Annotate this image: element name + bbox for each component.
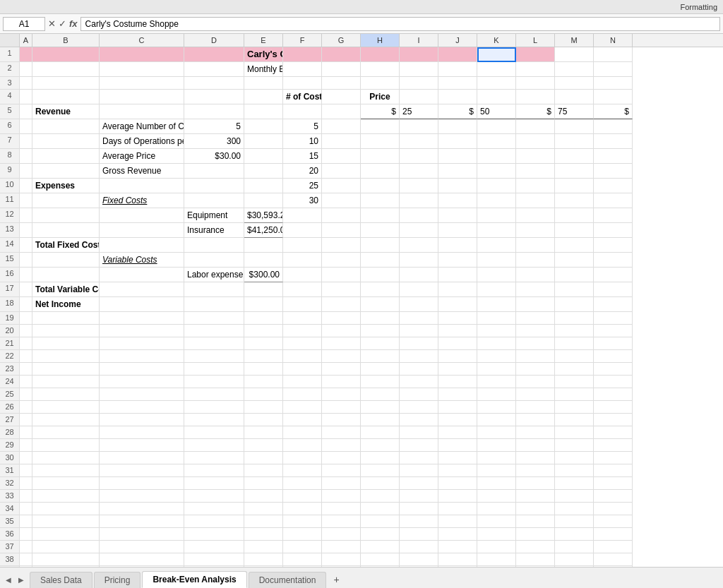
cell-H8[interactable] [361, 149, 400, 164]
cell-A16[interactable] [20, 268, 32, 282]
tab-sales-data[interactable]: Sales Data [30, 572, 92, 588]
cell-J23[interactable] [438, 363, 477, 376]
col-header-J[interactable]: J [438, 34, 477, 47]
cell-G22[interactable] [322, 350, 361, 363]
cell-F22[interactable] [283, 350, 322, 363]
cell-J16[interactable] [438, 268, 477, 282]
cell-J21[interactable] [438, 337, 477, 350]
cell-E6[interactable] [244, 119, 283, 134]
cell-J22[interactable] [438, 350, 477, 363]
cell-F31[interactable] [283, 464, 322, 477]
cell-L9[interactable] [516, 164, 555, 179]
cell-K36[interactable] [477, 528, 516, 541]
cell-G31[interactable] [322, 464, 361, 477]
cell-B1[interactable] [32, 47, 100, 62]
cell-D29[interactable] [184, 439, 244, 452]
cell-M37[interactable] [555, 541, 594, 553]
cell-J37[interactable] [438, 541, 477, 553]
cell-I21[interactable] [400, 337, 438, 350]
cell-L21[interactable] [516, 337, 555, 350]
col-header-D[interactable]: D [184, 34, 244, 47]
cell-D27[interactable] [184, 414, 244, 426]
cell-C16[interactable] [100, 268, 184, 282]
tab-pricing[interactable]: Pricing [94, 572, 141, 588]
cell-H20[interactable] [361, 325, 400, 337]
cell-I13[interactable] [400, 223, 438, 238]
cell-D34[interactable] [184, 503, 244, 515]
col-header-E[interactable]: E [244, 34, 283, 47]
cell-C38[interactable] [100, 553, 184, 566]
cell-G33[interactable] [322, 490, 361, 503]
cell-K6[interactable] [477, 119, 516, 134]
cell-H12[interactable] [361, 208, 400, 223]
cell-I14[interactable] [400, 238, 438, 253]
cell-E11[interactable] [244, 193, 283, 208]
cell-A11[interactable] [20, 193, 32, 208]
cell-D7[interactable]: 300 [184, 134, 244, 149]
cell-F13[interactable] [283, 223, 322, 238]
cell-D4[interactable] [184, 90, 244, 104]
cell-M13[interactable] [555, 223, 594, 238]
cell-F27[interactable] [283, 414, 322, 426]
cell-N13[interactable] [594, 223, 633, 238]
cell-A4[interactable] [20, 90, 32, 104]
cell-B4[interactable] [32, 90, 100, 104]
cell-M27[interactable] [555, 414, 594, 426]
cell-A14[interactable] [20, 238, 32, 253]
cell-I3[interactable] [400, 77, 438, 90]
cell-H3[interactable] [361, 77, 400, 90]
cell-C10[interactable] [100, 179, 184, 193]
cell-I36[interactable] [400, 528, 438, 541]
cell-L18[interactable] [516, 297, 555, 312]
cell-B29[interactable] [32, 439, 100, 452]
cell-M26[interactable] [555, 401, 594, 414]
cell-F23[interactable] [283, 363, 322, 376]
cell-J35[interactable] [438, 515, 477, 528]
cell-H9[interactable] [361, 164, 400, 179]
cell-F28[interactable] [283, 426, 322, 439]
cell-J5[interactable]: $ [438, 104, 477, 119]
cell-J20[interactable] [438, 325, 477, 337]
cell-I23[interactable] [400, 363, 438, 376]
cell-D8[interactable]: $30.00 [184, 149, 244, 164]
cell-F16[interactable] [283, 268, 322, 282]
cell-H5[interactable]: $ [361, 104, 400, 119]
cell-E31[interactable] [244, 464, 283, 477]
cell-E24[interactable] [244, 376, 283, 388]
cell-G24[interactable] [322, 376, 361, 388]
cancel-icon[interactable]: ✕ [48, 18, 56, 29]
cell-D25[interactable] [184, 388, 244, 401]
cell-H34[interactable] [361, 503, 400, 515]
col-header-G[interactable]: G [322, 34, 361, 47]
cell-L28[interactable] [516, 426, 555, 439]
cell-G32[interactable] [322, 477, 361, 490]
cell-D1[interactable] [184, 47, 244, 62]
cell-A21[interactable] [20, 337, 32, 350]
cell-J26[interactable] [438, 401, 477, 414]
cell-G26[interactable] [322, 401, 361, 414]
cell-L33[interactable] [516, 490, 555, 503]
cell-A15[interactable] [20, 253, 32, 268]
cell-B30[interactable] [32, 452, 100, 464]
cell-I17[interactable] [400, 282, 438, 297]
cell-B10[interactable]: Expenses [32, 179, 100, 193]
cell-C35[interactable] [100, 515, 184, 528]
cell-C30[interactable] [100, 452, 184, 464]
cell-L8[interactable] [516, 149, 555, 164]
cell-A29[interactable] [20, 439, 32, 452]
cell-H28[interactable] [361, 426, 400, 439]
cell-D20[interactable] [184, 325, 244, 337]
cell-B6[interactable] [32, 119, 100, 134]
cell-B9[interactable] [32, 164, 100, 179]
cell-N8[interactable] [594, 149, 633, 164]
cell-J30[interactable] [438, 452, 477, 464]
cell-J17[interactable] [438, 282, 477, 297]
col-header-B[interactable]: B [32, 34, 100, 47]
cell-M4[interactable] [555, 90, 594, 104]
cell-N21[interactable] [594, 337, 633, 350]
cell-L29[interactable] [516, 439, 555, 452]
cell-F33[interactable] [283, 490, 322, 503]
cell-C31[interactable] [100, 464, 184, 477]
cell-K27[interactable] [477, 414, 516, 426]
cell-L5[interactable]: $ [516, 104, 555, 119]
